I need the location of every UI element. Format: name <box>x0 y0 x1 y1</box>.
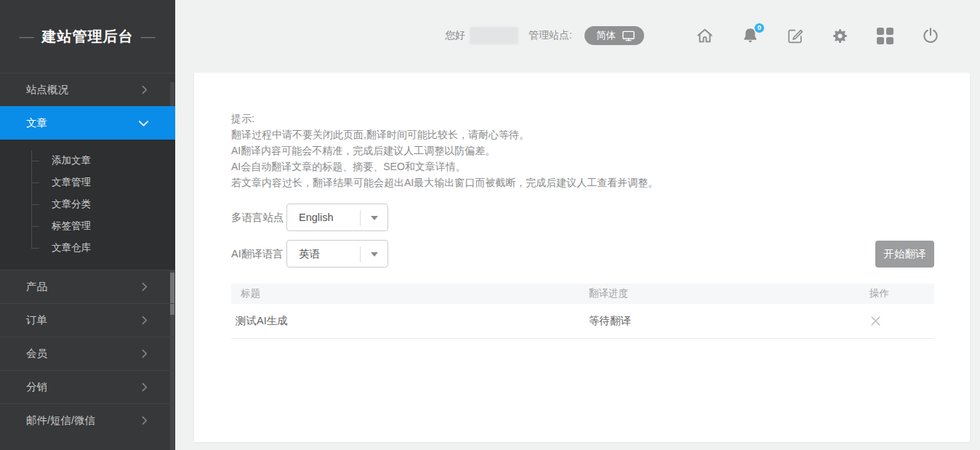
multilang-site-select[interactable]: English <box>286 204 388 231</box>
sidebar-item-label: 站点概况 <box>26 83 68 97</box>
home-button[interactable] <box>695 26 715 46</box>
site-language-pill[interactable]: 简体 <box>585 26 644 45</box>
chevron-right-icon <box>138 84 150 96</box>
sidebar-subitem-article-management[interactable]: 文章管理 <box>0 172 175 193</box>
gear-icon <box>831 27 849 45</box>
chevron-right-icon <box>138 347 150 360</box>
table-header-actions: 操作 <box>869 287 934 300</box>
ai-language-value: 英语 <box>299 247 320 261</box>
start-translation-button[interactable]: 开始翻译 <box>875 241 934 268</box>
ai-language-field: AI翻译语言 英语 <box>231 240 388 268</box>
sidebar-item-mail-sms-wechat[interactable]: 邮件/短信/微信 <box>0 403 175 437</box>
sidebar-item-label: 订单 <box>26 313 47 327</box>
redacted-username <box>470 27 518 44</box>
sidebar-item-label: 分销 <box>26 380 47 394</box>
table-header-row: 标题 翻译进度 操作 <box>231 284 934 304</box>
tips-line: AI翻译内容可能会不精准，完成后建议人工调整以防偏差。 <box>231 142 658 158</box>
app-logo: — 建站管理后台 — <box>0 0 175 73</box>
row-progress: 等待翻译 <box>589 314 869 328</box>
content-card: 提示: 翻译过程中请不要关闭此页面,翻译时间可能比较长，请耐心等待。 AI翻译内… <box>194 73 970 442</box>
sidebar-item-distribution[interactable]: 分销 <box>0 370 175 403</box>
chevron-right-icon <box>138 281 150 293</box>
translation-tips: 提示: 翻译过程中请不要关闭此页面,翻译时间可能比较长，请耐心等待。 AI翻译内… <box>231 111 658 190</box>
multilang-site-label: 多语言站点 <box>231 211 286 225</box>
notification-badge: 0 <box>754 23 765 33</box>
ai-language-select[interactable]: 英语 <box>286 240 388 268</box>
power-icon <box>921 26 940 45</box>
sidebar-item-label: 产品 <box>26 280 47 294</box>
sidebar-subitem-article-categories[interactable]: 文章分类 <box>0 193 175 215</box>
logo-dash-right: — <box>141 28 156 45</box>
chevron-right-icon <box>138 314 150 326</box>
tips-line: 提示: <box>231 111 658 126</box>
table-header-title: 标题 <box>231 287 589 300</box>
sidebar-item-label: 文章 <box>26 116 47 130</box>
articles-submenu: 添加文章 文章管理 文章分类 标签管理 文章仓库 <box>0 140 175 270</box>
select-divider <box>360 246 361 262</box>
sidebar-subitem-add-article[interactable]: 添加文章 <box>0 150 175 172</box>
edit-icon <box>786 27 804 45</box>
sidebar-nav: 站点概况 文章 添加文章 文章管理 文章分类 标签管理 文章仓库 产品 订单 <box>0 73 175 437</box>
tips-line: 翻译过程中请不要关闭此页面,翻译时间可能比较长，请耐心等待。 <box>231 126 658 142</box>
sidebar-item-label: 会员 <box>26 347 47 361</box>
row-title: 测试AI生成 <box>231 314 589 328</box>
sidebar-item-members[interactable]: 会员 <box>0 337 175 370</box>
sidebar-item-articles[interactable]: 文章 <box>0 106 175 140</box>
sidebar-item-orders[interactable]: 订单 <box>0 303 175 337</box>
chevron-right-icon <box>138 381 150 393</box>
translation-table: 标题 翻译进度 操作 测试AI生成 等待翻译 <box>231 284 934 339</box>
sidebar: — 建站管理后台 — 站点概况 文章 添加文章 文章管理 文章分类 标签管理 文… <box>0 0 175 450</box>
multilang-site-value: English <box>299 212 334 223</box>
logout-button[interactable] <box>920 26 940 46</box>
chevron-right-icon <box>138 414 150 427</box>
home-icon <box>695 26 715 46</box>
sidebar-item-label: 邮件/短信/微信 <box>26 414 95 427</box>
notifications-button[interactable]: 0 <box>740 26 760 46</box>
caret-down-icon <box>371 252 378 257</box>
greeting-text: 您好 <box>445 29 465 42</box>
tips-line: 若文章内容过长，翻译结果可能会超出AI最大输出窗口而被截断，完成后建议人工查看并… <box>231 174 658 190</box>
manage-site-label: 管理站点: <box>529 29 572 42</box>
remove-row-button[interactable] <box>869 315 882 327</box>
logo-dash-left: — <box>20 28 35 45</box>
monitor-icon <box>622 30 635 42</box>
apps-grid-icon <box>877 28 893 44</box>
close-icon <box>869 315 882 327</box>
ai-language-label: AI翻译语言 <box>231 247 286 261</box>
app-title: 建站管理后台 <box>42 27 134 47</box>
chevron-down-icon <box>137 116 150 130</box>
table-header-progress: 翻译进度 <box>589 287 869 300</box>
edit-button[interactable] <box>785 26 805 46</box>
sidebar-subitem-tag-management[interactable]: 标签管理 <box>0 215 175 237</box>
tips-line: AI会自动翻译文章的标题、摘要、SEO和文章详情。 <box>231 158 658 174</box>
sidebar-subitem-article-warehouse[interactable]: 文章仓库 <box>0 237 175 259</box>
multilang-site-field: 多语言站点 English <box>231 204 388 231</box>
select-divider <box>360 210 361 226</box>
table-row: 测试AI生成 等待翻译 <box>231 304 934 339</box>
sidebar-item-site-overview[interactable]: 站点概况 <box>0 73 175 106</box>
settings-button[interactable] <box>830 26 850 46</box>
top-bar: 您好 管理站点: 简体 0 <box>175 0 980 71</box>
apps-button[interactable] <box>875 26 895 46</box>
site-language-label: 简体 <box>596 29 616 42</box>
sidebar-item-products[interactable]: 产品 <box>0 270 175 303</box>
caret-down-icon <box>371 216 378 220</box>
